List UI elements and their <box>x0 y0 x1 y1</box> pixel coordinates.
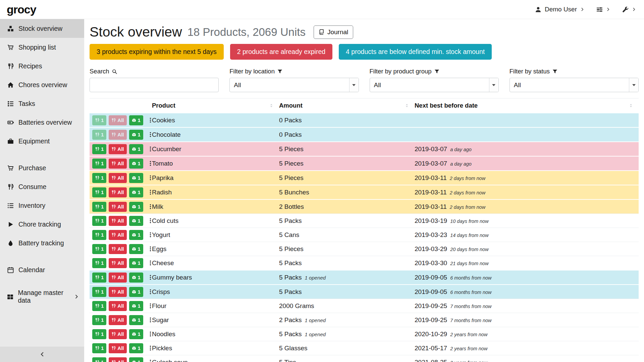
alert-button-0[interactable]: 3 products expiring within the next 5 da… <box>90 44 224 60</box>
open-one-button[interactable]: 1 <box>129 187 143 197</box>
open-one-button[interactable]: 1 <box>129 301 143 311</box>
admin-menu[interactable] <box>622 6 636 13</box>
consume-all-button[interactable]: All <box>109 159 126 169</box>
consume-one-button[interactable]: 1 <box>92 329 106 339</box>
location-filter-select[interactable]: All <box>229 78 359 92</box>
open-one-button[interactable]: 1 <box>129 130 143 140</box>
open-one-button[interactable]: 1 <box>129 230 143 240</box>
consume-all-button[interactable]: All <box>109 287 126 297</box>
sidebar-item-label: Stock overview <box>18 25 62 33</box>
sidebar-item-consume[interactable]: Consume <box>0 177 84 196</box>
product-name: Noodles <box>152 327 279 341</box>
sidebar-item-calendar[interactable]: Calendar <box>0 260 84 279</box>
consume-all-button[interactable]: All <box>109 329 126 339</box>
date-note: 2 days from now <box>450 204 485 210</box>
consume-all-button[interactable]: All <box>109 230 126 240</box>
open-one-button[interactable]: 1 <box>129 343 143 353</box>
date-note: 6 months from now <box>450 275 491 281</box>
column-header-best-before-date[interactable]: Next best before date <box>415 99 639 113</box>
alert-button-2[interactable]: 4 products are below defined min. stock … <box>339 44 492 60</box>
sidebar-collapse-button[interactable] <box>0 347 84 362</box>
table-row: 1All1Cucumber5 Pieces2019-03-07a day ago <box>90 142 639 156</box>
cart-icon <box>6 165 15 171</box>
consume-all-button[interactable]: All <box>109 187 126 197</box>
consume-all-button[interactable]: All <box>109 244 126 254</box>
consume-one-button[interactable]: 1 <box>92 230 106 240</box>
date-note: 20 days from now <box>450 247 488 252</box>
sidebar-item-recipes[interactable]: Recipes <box>0 57 84 75</box>
sidebar-item-stock-overview[interactable]: Stock overview <box>0 19 84 38</box>
filter-icon <box>277 69 282 74</box>
open-one-button[interactable]: 1 <box>129 273 143 283</box>
product-group-filter: Filter by product group All <box>370 68 499 92</box>
sidebar-item-shopping-list[interactable]: Shopping list <box>0 38 84 57</box>
consume-all-button[interactable]: All <box>109 343 126 353</box>
main-content: Stock overview 18 Products, 2069 Units J… <box>84 19 644 362</box>
column-header-product[interactable]: Product <box>152 99 279 113</box>
consume-all-button[interactable]: All <box>109 216 126 226</box>
amount: 5 Pieces <box>279 145 304 153</box>
sort-icon <box>269 103 274 108</box>
app-logo[interactable]: grocy <box>7 3 36 16</box>
consume-all-button[interactable]: All <box>109 357 126 362</box>
consume-one-button[interactable]: 1 <box>92 273 106 283</box>
consume-one-button[interactable]: 1 <box>92 315 106 325</box>
open-one-button[interactable]: 1 <box>129 216 143 226</box>
consume-one-button[interactable]: 1 <box>92 343 106 353</box>
open-one-button[interactable]: 1 <box>129 159 143 169</box>
consume-one-button[interactable]: 1 <box>92 216 106 226</box>
status-filter-select[interactable]: All <box>509 78 639 92</box>
open-one-button[interactable]: 1 <box>129 357 143 362</box>
open-one-button[interactable]: 1 <box>129 202 143 212</box>
best-before-date: 2019-09-05 <box>415 274 447 281</box>
sidebar-item-chores-overview[interactable]: Chores overview <box>0 75 84 94</box>
table-row: 1All1Cookies0 Packs <box>90 113 639 127</box>
consume-all-button[interactable]: All <box>109 144 126 154</box>
consume-all-button[interactable]: All <box>109 301 126 311</box>
sidebar-item-chore-tracking[interactable]: Chore tracking <box>0 215 84 234</box>
product-name: Gulash soup <box>152 355 279 362</box>
sidebar-item-manage-master-data[interactable]: Manage master data <box>0 287 84 306</box>
consume-one-button[interactable]: 1 <box>92 202 106 212</box>
consume-one-button[interactable]: 1 <box>92 244 106 254</box>
consume-one-button[interactable]: 1 <box>92 187 106 197</box>
consume-all-button[interactable]: All <box>109 173 126 183</box>
table-row: 1All1Noodles5 Packs1 opened2020-10-292 y… <box>90 327 639 341</box>
consume-all-button[interactable]: All <box>109 315 126 325</box>
journal-button[interactable]: Journal <box>314 25 353 39</box>
consume-one-button[interactable]: 1 <box>92 301 106 311</box>
consume-one-button[interactable]: 1 <box>92 258 106 268</box>
consume-all-button[interactable]: All <box>109 258 126 268</box>
sidebar-item-purchase[interactable]: Purchase <box>0 159 84 177</box>
best-before-date: 2019-09-25 <box>415 302 447 309</box>
consume-one-button[interactable]: 1 <box>92 287 106 297</box>
sidebar-item-batteries-overview[interactable]: Batteries overview <box>0 113 84 132</box>
column-header-amount[interactable]: Amount <box>279 99 415 113</box>
open-one-button[interactable]: 1 <box>129 115 143 125</box>
sidebar-item-battery-tracking[interactable]: Battery tracking <box>0 234 84 252</box>
open-one-button[interactable]: 1 <box>129 287 143 297</box>
consume-one-button[interactable]: 1 <box>92 173 106 183</box>
open-one-button[interactable]: 1 <box>129 173 143 183</box>
sidebar-item-inventory[interactable]: Inventory <box>0 196 84 215</box>
consume-one-button[interactable]: 1 <box>92 159 106 169</box>
sidebar-item-equipment[interactable]: Equipment <box>0 132 84 150</box>
settings-menu[interactable] <box>596 6 610 13</box>
consume-one-button[interactable]: 1 <box>92 357 106 362</box>
open-one-button[interactable]: 1 <box>129 329 143 339</box>
product-name: Paprika <box>152 171 279 185</box>
alert-button-1[interactable]: 2 products are already expired <box>230 44 332 60</box>
consume-all-button[interactable]: All <box>109 202 126 212</box>
consume-all-button[interactable]: All <box>109 273 126 283</box>
open-one-button[interactable]: 1 <box>129 244 143 254</box>
amount: 5 Pieces <box>279 174 304 181</box>
consume-one-button[interactable]: 1 <box>92 144 106 154</box>
product-group-filter-select[interactable]: All <box>370 78 499 92</box>
open-one-button[interactable]: 1 <box>129 315 143 325</box>
user-menu[interactable]: Demo User <box>535 6 584 13</box>
open-one-button[interactable]: 1 <box>129 144 143 154</box>
sidebar-item-label: Tasks <box>18 100 35 108</box>
search-input[interactable] <box>90 78 219 92</box>
sidebar-item-tasks[interactable]: Tasks <box>0 94 84 113</box>
open-one-button[interactable]: 1 <box>129 258 143 268</box>
